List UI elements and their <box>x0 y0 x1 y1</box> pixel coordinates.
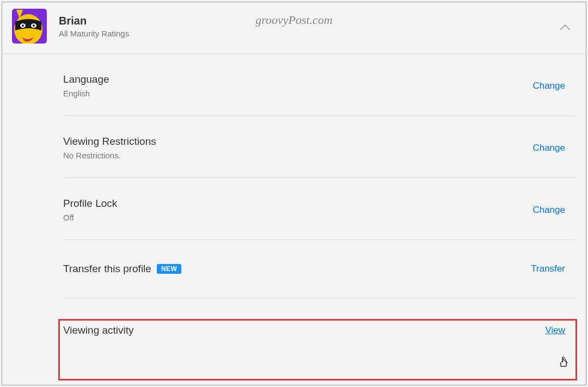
profile-header[interactable]: Brian All Maturity Ratings <box>2 2 586 54</box>
restrictions-change-link[interactable]: Change <box>532 143 565 153</box>
profile-avatar[interactable] <box>12 9 47 44</box>
profile-lock-value: Off <box>63 213 117 222</box>
avatar-image <box>12 9 47 44</box>
profile-info: Brian All Maturity Ratings <box>59 15 129 38</box>
setting-profile-lock: Profile Lock Off Change <box>63 178 575 240</box>
language-change-link[interactable]: Change <box>532 81 565 91</box>
chevron-up-icon[interactable] <box>560 23 571 33</box>
transfer-title-text: Transfer this profile <box>63 263 151 275</box>
restrictions-title: Viewing Restrictions <box>63 136 156 148</box>
new-badge: NEW <box>157 264 182 274</box>
language-value: English <box>63 89 109 98</box>
setting-transfer: Transfer this profile NEW Transfer <box>63 240 575 298</box>
profile-lock-change-link[interactable]: Change <box>532 205 565 216</box>
transfer-link[interactable]: Transfer <box>531 263 565 274</box>
setting-language: Language English Change <box>63 54 575 116</box>
svg-point-5 <box>33 24 35 27</box>
viewing-activity-title: Viewing activity <box>63 324 134 336</box>
svg-point-4 <box>22 24 24 27</box>
setting-restrictions: Viewing Restrictions No Restrictions. Ch… <box>63 116 575 178</box>
profile-name: Brian <box>59 15 129 27</box>
settings-list: Language English Change Viewing Restrict… <box>63 54 575 359</box>
transfer-title: Transfer this profile NEW <box>63 263 181 275</box>
profile-lock-title: Profile Lock <box>63 198 117 210</box>
setting-viewing-activity: Viewing activity View <box>63 298 575 359</box>
language-title: Language <box>63 73 109 85</box>
profile-maturity: All Maturity Ratings <box>59 29 129 38</box>
settings-panel: groovyPost.com Brian All Maturity Rating… <box>2 2 586 385</box>
viewing-activity-view-link[interactable]: View <box>545 325 565 336</box>
restrictions-value: No Restrictions. <box>63 151 156 160</box>
